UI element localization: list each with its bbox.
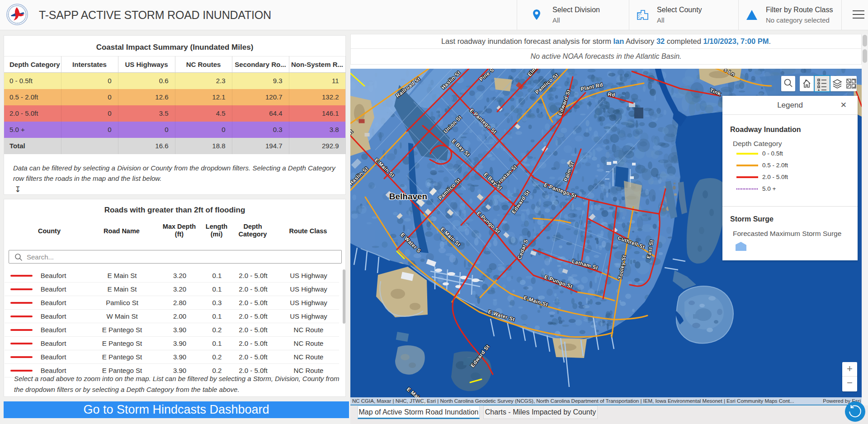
svg-text:Belhaven: Belhaven bbox=[389, 192, 427, 201]
svg-text:Rd: Rd bbox=[608, 91, 616, 98]
